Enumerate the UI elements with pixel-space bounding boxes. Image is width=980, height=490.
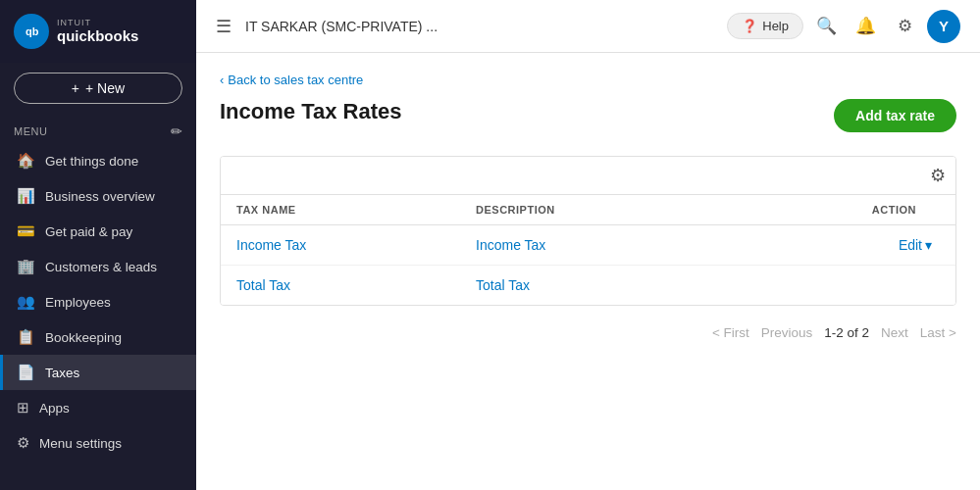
- table-scroll-wrapper[interactable]: TAX NAME DESCRIPTION ACTION Income Tax I…: [221, 195, 955, 305]
- tax-rates-table: TAX NAME DESCRIPTION ACTION Income Tax I…: [221, 195, 955, 305]
- content-area: ‹ Back to sales tax centre Income Tax Ra…: [196, 53, 980, 490]
- sidebar-item-label-get-paid-pay: Get paid & pay: [45, 224, 132, 239]
- first-page-button[interactable]: < First: [712, 325, 749, 340]
- help-circle-icon: ❓: [742, 19, 757, 33]
- menu-settings-icon: ⚙: [17, 434, 29, 452]
- last-page-button[interactable]: Last >: [920, 325, 956, 340]
- get-things-done-icon: 🏠: [17, 152, 35, 170]
- employees-icon: 👥: [17, 293, 35, 311]
- quickbooks-logo-text: INTUIT quickbooks: [57, 18, 138, 46]
- plus-icon: +: [72, 80, 79, 96]
- help-label: Help: [762, 19, 789, 33]
- table-row: Total Tax Total Tax: [221, 266, 955, 306]
- table-settings-icon[interactable]: ⚙: [930, 165, 946, 186]
- sidebar-item-label-menu-settings: Menu settings: [39, 436, 122, 451]
- sidebar-item-get-paid-pay[interactable]: 💳 Get paid & pay: [0, 214, 196, 249]
- chevron-down-icon: ▾: [925, 237, 932, 253]
- settings-button[interactable]: ⚙: [888, 10, 921, 43]
- customers-leads-icon: 🏢: [17, 258, 35, 275]
- topbar-actions: ❓ Help 🔍 🔔 ⚙ Y: [727, 10, 960, 43]
- business-overview-icon: 📊: [17, 187, 35, 205]
- sidebar-item-label-customers-leads: Customers & leads: [45, 260, 157, 274]
- get-paid-pay-icon: 💳: [17, 222, 35, 240]
- sidebar: qb INTUIT quickbooks + + New MENU ✏ 🏠 Ge…: [0, 0, 196, 490]
- edit-menu-icon[interactable]: ✏: [171, 123, 183, 139]
- sidebar-item-label-bookkeeping: Bookkeeping: [45, 330, 122, 345]
- bookkeeping-icon: 📋: [17, 328, 35, 346]
- description-link[interactable]: Total Tax: [476, 277, 530, 293]
- new-button-label: + New: [85, 80, 125, 96]
- action-cell: [721, 266, 955, 306]
- new-button[interactable]: + + New: [14, 73, 182, 104]
- description-cell: Income Tax: [460, 225, 721, 266]
- next-page-button[interactable]: Next: [881, 325, 908, 340]
- sidebar-logo: qb INTUIT quickbooks: [0, 0, 196, 63]
- action-header: ACTION: [721, 195, 955, 225]
- sidebar-item-label-get-things-done: Get things done: [45, 154, 138, 169]
- apps-icon: ⊞: [17, 399, 29, 416]
- quickbooks-logo-icon: qb: [14, 14, 49, 49]
- tax-name-header: TAX NAME: [221, 195, 460, 225]
- main-content: ☰ IT SARKAR (SMC-PRIVATE) ... ❓ Help 🔍 🔔…: [196, 0, 980, 490]
- user-avatar[interactable]: Y: [927, 10, 960, 43]
- sidebar-item-get-things-done[interactable]: 🏠 Get things done: [0, 143, 196, 178]
- pagination: < First Previous 1-2 of 2 Next Last >: [220, 325, 956, 340]
- sidebar-item-label-employees: Employees: [45, 295, 111, 310]
- sidebar-item-label-taxes: Taxes: [45, 366, 79, 380]
- breadcrumb-arrow: ‹: [220, 73, 224, 87]
- breadcrumb-text: Back to sales tax centre: [228, 73, 363, 87]
- search-button[interactable]: 🔍: [809, 10, 843, 43]
- previous-page-button[interactable]: Previous: [761, 325, 813, 340]
- description-header: DESCRIPTION: [460, 195, 721, 225]
- table-settings-row: ⚙: [221, 157, 955, 195]
- edit-label: Edit: [899, 237, 922, 253]
- svg-text:qb: qb: [26, 25, 39, 37]
- sidebar-item-employees[interactable]: 👥 Employees: [0, 284, 196, 319]
- tax-name-cell: Income Tax: [221, 225, 460, 266]
- tax-name-cell: Total Tax: [221, 266, 460, 306]
- table-row: Income Tax Income Tax Edit ▾: [221, 225, 955, 266]
- topbar: ☰ IT SARKAR (SMC-PRIVATE) ... ❓ Help 🔍 🔔…: [196, 0, 980, 53]
- sidebar-item-label-apps: Apps: [39, 401, 70, 416]
- sidebar-item-business-overview[interactable]: 📊 Business overview: [0, 178, 196, 214]
- sidebar-item-menu-settings[interactable]: ⚙ Menu settings: [0, 425, 196, 461]
- hamburger-menu-icon[interactable]: ☰: [216, 16, 232, 37]
- sidebar-item-label-business-overview: Business overview: [45, 189, 155, 204]
- notifications-button[interactable]: 🔔: [849, 10, 882, 43]
- sidebar-item-taxes[interactable]: 📄 Taxes: [0, 355, 196, 390]
- menu-section-label: MENU ✏: [0, 114, 196, 143]
- edit-button-row-0[interactable]: Edit ▾: [899, 237, 932, 253]
- tax-rates-table-container: ⚙ TAX NAME DESCRIPTION ACTION Income Tax: [220, 156, 956, 306]
- add-tax-rate-button[interactable]: Add tax rate: [834, 99, 956, 132]
- description-link[interactable]: Income Tax: [476, 237, 545, 253]
- tax-name-link[interactable]: Total Tax: [236, 277, 290, 293]
- action-cell: Edit ▾: [721, 225, 955, 266]
- help-button[interactable]: ❓ Help: [727, 13, 803, 39]
- page-range: 1-2 of 2: [824, 325, 869, 340]
- page-header: Income Tax Rates Add tax rate: [220, 99, 956, 132]
- page-title: Income Tax Rates: [220, 99, 401, 124]
- description-cell: Total Tax: [460, 266, 721, 306]
- sidebar-item-bookkeeping[interactable]: 📋 Bookkeeping: [0, 319, 196, 355]
- company-name: IT SARKAR (SMC-PRIVATE) ...: [245, 19, 727, 34]
- table-header-row: TAX NAME DESCRIPTION ACTION: [221, 195, 955, 225]
- tax-name-link[interactable]: Income Tax: [236, 237, 306, 253]
- sidebar-item-apps[interactable]: ⊞ Apps: [0, 390, 196, 425]
- sidebar-item-customers-leads[interactable]: 🏢 Customers & leads: [0, 249, 196, 284]
- breadcrumb[interactable]: ‹ Back to sales tax centre: [220, 73, 956, 87]
- taxes-icon: 📄: [17, 364, 35, 381]
